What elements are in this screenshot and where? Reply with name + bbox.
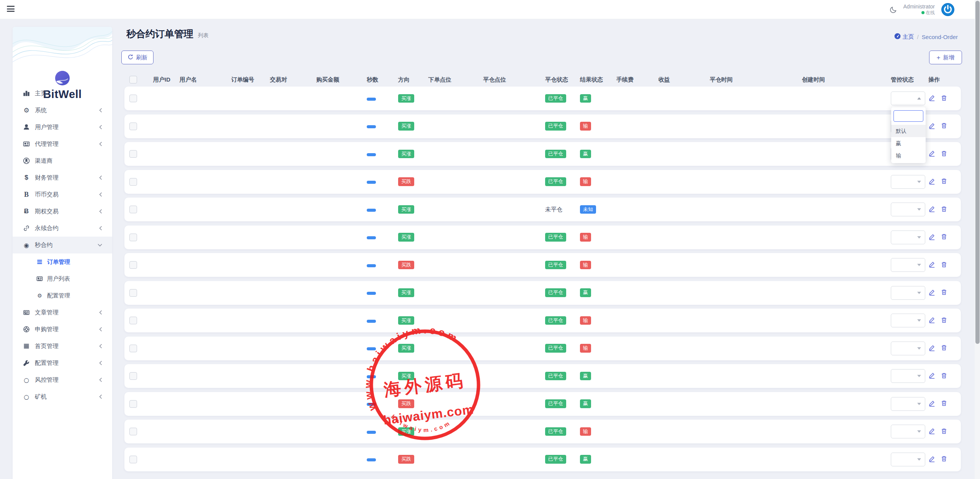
caret-down-icon [917, 430, 921, 433]
scrollbar-thumb[interactable] [975, 1, 980, 344]
sidebar-item-user-management[interactable]: 用户管理 [13, 119, 112, 136]
delete-button[interactable] [941, 344, 947, 352]
edit-button[interactable] [928, 205, 936, 214]
admin-name: Administrator [903, 3, 935, 10]
sidebar-item-article-management[interactable]: 文章管理 [13, 304, 112, 321]
control-status-select[interactable] [891, 397, 925, 411]
delete-button[interactable] [941, 289, 947, 297]
sidebar-item-homepage-management[interactable]: 首页管理 [13, 338, 112, 355]
row-checkbox[interactable] [129, 456, 137, 463]
control-status-select[interactable]: 默认赢输 [891, 92, 925, 105]
edit-button[interactable] [928, 427, 936, 436]
dropdown-option[interactable]: 输 [891, 149, 926, 162]
delete-button[interactable] [941, 122, 947, 130]
scrollbar-track[interactable] [975, 0, 980, 479]
control-status-select[interactable] [891, 314, 925, 327]
seconds-badge [367, 458, 376, 461]
caret-down-icon [917, 403, 921, 405]
row-checkbox[interactable] [129, 206, 137, 213]
edit-button[interactable] [928, 122, 936, 131]
sidebar-item-options-trade[interactable]: Ƀ期权交易 [13, 203, 112, 220]
refresh-button[interactable]: 刷新 [121, 51, 154, 64]
delete-button[interactable] [941, 206, 947, 214]
delete-button[interactable] [941, 150, 947, 158]
row-checkbox[interactable] [129, 289, 137, 297]
row-checkbox[interactable] [129, 234, 137, 241]
control-status-select[interactable] [891, 175, 925, 189]
edit-button[interactable] [928, 400, 936, 408]
sidebar-item-miner[interactable]: ○矿机 [13, 388, 112, 405]
control-status-select[interactable] [891, 286, 925, 300]
sidebar-item-spot-trade[interactable]: B币币交易 [13, 186, 112, 203]
edit-button[interactable] [928, 94, 936, 103]
edit-button[interactable] [928, 372, 936, 380]
breadcrumb-home-link[interactable]: 主页 [894, 33, 914, 41]
select-all-checkbox[interactable] [129, 76, 137, 83]
row-checkbox[interactable] [129, 178, 137, 186]
sidebar-item-channel[interactable]: 渠道商 [13, 152, 112, 169]
row-checkbox[interactable] [129, 123, 137, 130]
edit-button[interactable] [928, 178, 936, 186]
delete-button[interactable] [941, 233, 947, 241]
delete-button[interactable] [941, 261, 947, 269]
theme-moon-icon[interactable] [889, 6, 897, 14]
delete-button[interactable] [941, 372, 947, 380]
sidebar-item-config-management-2[interactable]: 配置管理 [13, 355, 112, 371]
delete-button[interactable] [941, 400, 947, 408]
delete-button[interactable] [941, 178, 947, 186]
sidebar-item-order-management[interactable]: 订单管理 [13, 253, 112, 270]
sidebar-item-perpetual[interactable]: 永续合约 [13, 220, 112, 237]
direction-badge: 买涨 [398, 372, 414, 381]
control-status-select[interactable] [891, 425, 925, 438]
sidebar-item-system[interactable]: ⚙系统 [13, 102, 112, 119]
row-checkbox[interactable] [129, 150, 137, 158]
edit-pencil-icon [928, 233, 936, 242]
avatar[interactable] [941, 3, 955, 16]
sidebar-item-subscribe-management[interactable]: 申购管理 [13, 321, 112, 338]
delete-button[interactable] [941, 428, 947, 436]
sidebar-item-risk-management[interactable]: ○风控管理 [13, 371, 112, 388]
sidebar-item-finance[interactable]: $财务管理 [13, 169, 112, 186]
sidebar-item-user-list[interactable]: 用户列表 [13, 270, 112, 287]
row-checkbox[interactable] [129, 317, 137, 324]
edit-button[interactable] [928, 344, 936, 353]
caret-down-icon [917, 375, 921, 377]
row-checkbox[interactable] [129, 400, 137, 408]
control-status-select[interactable] [891, 453, 925, 466]
control-status-select[interactable] [891, 342, 925, 355]
control-status-select[interactable] [891, 231, 925, 244]
edit-pencil-icon [928, 316, 936, 325]
close-status-badge: 已平仓 [545, 233, 566, 242]
row-checkbox[interactable] [129, 345, 137, 352]
delete-button[interactable] [941, 95, 947, 103]
direction-badge: 买涨 [398, 94, 414, 103]
add-button[interactable]: + 新增 [929, 51, 962, 64]
delete-button[interactable] [941, 455, 947, 463]
edit-button[interactable] [928, 289, 936, 297]
edit-button[interactable] [928, 316, 936, 325]
row-checkbox[interactable] [129, 428, 137, 435]
control-status-select[interactable] [891, 258, 925, 272]
control-status-select[interactable] [891, 369, 925, 383]
hamburger-menu-icon[interactable] [7, 6, 15, 13]
dropdown-option[interactable]: 默认 [891, 125, 926, 137]
sidebar-item-config-management[interactable]: ⚙配置管理 [13, 287, 112, 304]
sidebar-item-second-contract[interactable]: ◉秒合约 [13, 237, 112, 253]
user-icon [23, 123, 30, 131]
row-checkbox[interactable] [129, 372, 137, 380]
control-status-select[interactable] [891, 203, 925, 216]
row-checkbox[interactable] [129, 261, 137, 269]
btc-icon: Ƀ [23, 208, 30, 215]
edit-button[interactable] [928, 233, 936, 242]
edit-button[interactable] [928, 455, 936, 464]
sidebar-item-agent-management[interactable]: 代理管理 [13, 136, 112, 152]
edit-button[interactable] [928, 150, 936, 158]
delete-button[interactable] [941, 317, 947, 325]
dropdown-search-input[interactable] [893, 110, 923, 122]
result-badge: 输 [580, 316, 591, 325]
chevron-left-icon [99, 310, 102, 315]
dropdown-option[interactable]: 赢 [891, 137, 926, 149]
row-checkbox[interactable] [129, 95, 137, 102]
sidebar-item-home[interactable]: 主页 [13, 85, 112, 102]
edit-button[interactable] [928, 261, 936, 269]
